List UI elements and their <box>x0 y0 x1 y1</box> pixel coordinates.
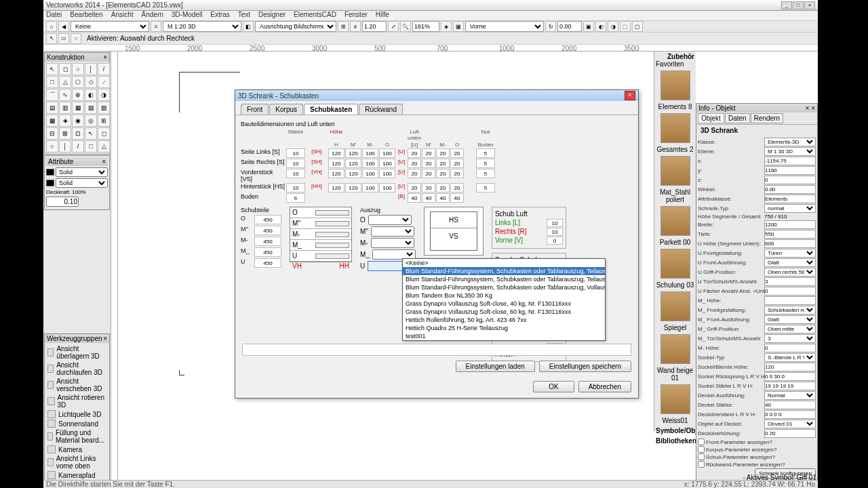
info-tab[interactable]: Daten <box>725 113 750 123</box>
dropdown-item[interactable]: Hettich Rollenführung, 50 kg, Art. 423 4… <box>403 316 605 324</box>
dialog-tab[interactable]: Schubkasten <box>304 104 358 115</box>
view-tool[interactable]: Kamerapfad <box>46 470 108 480</box>
opt2-icon[interactable]: ◑ <box>608 21 618 32</box>
load-settings-button[interactable]: Einstellungen laden <box>456 361 535 372</box>
grid-icon[interactable]: # <box>350 21 361 32</box>
material-thumb[interactable]: Elements 8 <box>656 70 694 110</box>
dropdown-item[interactable]: Grass Dynapro Vollauszug Soft-close, 40 … <box>403 300 605 308</box>
tool-17[interactable]: ▦ <box>72 102 84 114</box>
view-tool[interactable]: Ansicht überlagern 3D <box>46 344 108 361</box>
view-tool[interactable]: Füllung und Material beard... <box>46 428 108 445</box>
align-select[interactable]: Ausrichtung Bildschirmebene <box>255 21 336 32</box>
menu-3d-modell[interactable]: 3D-Modell <box>172 11 203 20</box>
view-tool[interactable]: Lichtquelle 3D <box>46 409 108 419</box>
tool-3[interactable]: │ <box>85 63 97 75</box>
dropdown-item[interactable]: <Keine> <box>403 259 605 267</box>
opt3-icon[interactable]: ⬚ <box>620 21 631 32</box>
material-thumb[interactable]: Mat_Stahl poliert <box>656 156 694 203</box>
tool-26[interactable]: ⊠ <box>59 127 71 140</box>
material-thumb[interactable]: Schulung 03 <box>656 249 694 289</box>
fill-select[interactable]: Solid <box>56 167 108 177</box>
tool-27[interactable]: ⊡ <box>72 127 84 140</box>
tool-32[interactable]: / <box>72 140 84 152</box>
cube-icon[interactable]: ▦ <box>453 21 464 32</box>
view-select[interactable]: Vorne <box>465 21 544 32</box>
zoom-fit-icon[interactable]: ⤢ <box>388 21 399 32</box>
tool-6[interactable]: △ <box>59 76 71 88</box>
dropdown-item[interactable]: Hettich Quadro 25 H-Serie Teilauszug <box>403 324 605 332</box>
material-thumb[interactable]: Spiegel <box>656 291 694 331</box>
tool-15[interactable]: ▤ <box>46 102 58 114</box>
layers-icon[interactable]: ≡ <box>151 21 161 32</box>
dialog-close-button[interactable]: × <box>625 91 635 100</box>
close-button[interactable]: × <box>804 1 815 9</box>
palette-close-icon[interactable]: × <box>103 54 107 61</box>
view-tool[interactable]: Ansicht rotieren 3D <box>46 393 108 409</box>
home-icon[interactable]: ⌂ <box>46 21 57 32</box>
fill-swatch[interactable] <box>46 169 54 176</box>
tool-0[interactable]: ↖ <box>46 63 58 75</box>
tool-9[interactable]: ⟋ <box>98 76 110 88</box>
tool-34[interactable]: △ <box>98 140 110 152</box>
cancel-button[interactable]: Abbrechen <box>578 381 631 392</box>
menu-extras[interactable]: Extras <box>210 11 229 20</box>
menu-bearbeiten[interactable]: Bearbeiten <box>70 11 102 20</box>
tool-30[interactable]: ○ <box>46 140 58 152</box>
menu-text[interactable]: Text <box>238 11 250 20</box>
select-lasso-icon[interactable]: ○ <box>71 33 81 44</box>
auszug-dropdown[interactable]: <Keine>Blum Standard-Führungssystem, Sch… <box>402 258 606 341</box>
menu-designer[interactable]: Designer <box>258 11 285 20</box>
opt4-icon[interactable]: ▢ <box>632 21 643 32</box>
pen-select[interactable]: Solid <box>56 178 108 188</box>
tool-11[interactable]: ∿ <box>59 89 71 101</box>
info-tab[interactable]: Rendern <box>751 113 783 123</box>
menu-fenster[interactable]: Fenster <box>344 11 368 20</box>
attr-close-icon[interactable]: × <box>102 158 106 165</box>
zoom-icon[interactable]: 🔍 <box>400 21 411 32</box>
tool-23[interactable]: ◎ <box>85 115 97 127</box>
line-width-input[interactable] <box>46 197 79 207</box>
material-thumb[interactable]: Weiss01 <box>656 384 694 424</box>
dropdown-item[interactable]: Blum Standard-Führungssystem, Schubkaste… <box>403 267 605 275</box>
tool-29[interactable]: ◻ <box>98 127 110 140</box>
save-settings-button[interactable]: Einstellungen speichern <box>539 361 631 372</box>
tool-18[interactable]: ▧ <box>85 102 97 114</box>
tool-14[interactable]: ◑ <box>98 89 110 101</box>
rot-input[interactable] <box>557 21 582 32</box>
plane-icon[interactable]: ◧ <box>243 21 254 32</box>
cursor-icon[interactable]: ↖ <box>46 33 57 44</box>
tool-2[interactable]: ○ <box>72 63 84 75</box>
menu-hilfe[interactable]: Hilfe <box>376 11 389 20</box>
view-tool[interactable]: Ansicht durchlaufen 3D <box>46 361 108 377</box>
tool-1[interactable]: ◻ <box>59 63 71 75</box>
dist-input[interactable] <box>362 21 387 32</box>
dropdown-item[interactable]: Blum Standard-Führungssystem, Schubkaste… <box>403 283 605 291</box>
snap-icon[interactable]: ⊞ <box>338 21 349 32</box>
tool-28[interactable]: ↖ <box>85 127 97 140</box>
menu-ansicht[interactable]: Ansicht <box>111 11 134 20</box>
tool-31[interactable]: │ <box>59 140 71 152</box>
dropdown-item[interactable]: Blum Standard-Führungssystem, Schubkaste… <box>403 275 605 283</box>
material-thumb[interactable]: Parkett 00 <box>656 206 694 246</box>
info-tab[interactable]: Objekt <box>698 113 724 123</box>
dropdown-item[interactable]: test001 <box>403 332 605 340</box>
nav-back-icon[interactable]: ◀ <box>58 21 69 32</box>
dialog-tab[interactable]: Rückwand <box>359 104 403 115</box>
scale-select[interactable]: M 1:20 3D <box>163 21 241 32</box>
view-tool[interactable]: Kamera <box>46 445 108 454</box>
dialog-tab[interactable]: Korpus <box>269 104 303 115</box>
view-tool[interactable]: Sonnenstand <box>46 419 108 428</box>
dropdown-item[interactable]: Blum Tandem Box NL350 30 Kg <box>403 291 605 300</box>
auszug-select[interactable] <box>368 215 412 225</box>
view-tool[interactable]: Ansicht Links vorne oben <box>46 454 108 470</box>
tool-16[interactable]: ▥ <box>59 102 71 114</box>
auszug-select[interactable] <box>371 226 414 237</box>
auszug-select[interactable] <box>371 238 414 248</box>
menu-ändern[interactable]: Ändern <box>142 11 163 20</box>
minimize-button[interactable]: _ <box>781 1 792 9</box>
tool-33[interactable]: □ <box>85 140 97 152</box>
ok-button[interactable]: OK <box>533 381 574 392</box>
tool-24[interactable]: ⊞ <box>98 115 110 127</box>
tool-25[interactable]: ⊟ <box>46 127 58 140</box>
tool-19[interactable]: ▨ <box>98 102 110 114</box>
